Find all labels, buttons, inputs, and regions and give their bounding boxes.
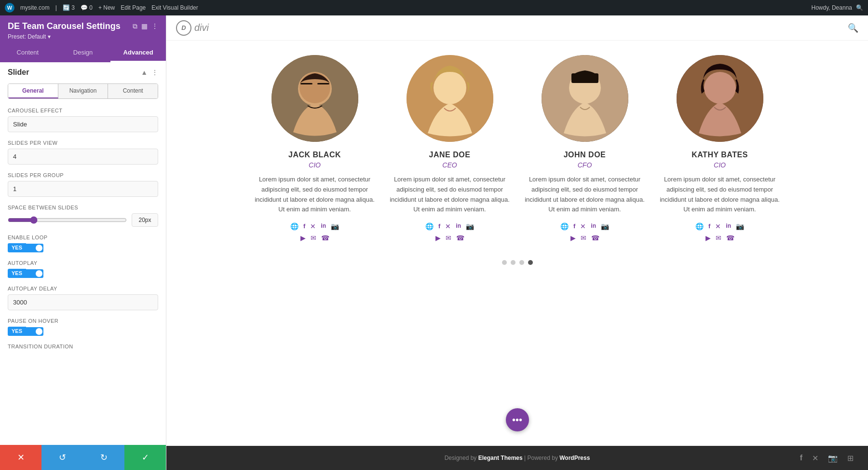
footer-facebook-icon[interactable]: f — [800, 454, 802, 463]
social-phone-icon[interactable]: ☎ — [591, 234, 599, 242]
team-carousel: JACK BLACK CIO Lorem ipsum dolor sit ame… — [176, 55, 858, 246]
wp-icon[interactable]: W — [5, 3, 14, 13]
dot-2[interactable] — [511, 260, 515, 265]
admin-bar-edit-page[interactable]: Edit Page — [121, 4, 146, 11]
panel-header: DE Team Carousel Settings ⧉ ▦ ⋮ Preset: … — [0, 15, 166, 44]
social-linkedin-icon[interactable]: in — [456, 222, 461, 230]
social-youtube-icon[interactable]: ▶ — [705, 234, 711, 242]
panel-icon-layout[interactable]: ▦ — [141, 22, 148, 30]
team-card-jane: JANE DOE CEO Lorem ipsum dolor sit amet,… — [387, 55, 513, 246]
dot-3[interactable] — [519, 260, 524, 265]
slides-per-group-label: Slides Per Group — [8, 172, 158, 178]
social-web-icon[interactable]: 🌐 — [290, 222, 298, 230]
panel-icon-copy[interactable]: ⧉ — [133, 22, 137, 30]
dot-4[interactable] — [528, 260, 533, 265]
social-x-icon[interactable]: ✕ — [310, 222, 316, 230]
admin-bar-new[interactable]: + New — [98, 4, 115, 11]
footer-separator: | Powered by — [524, 455, 559, 461]
sub-tab-content[interactable]: Content — [108, 84, 158, 98]
pause-hover-switch[interactable] — [26, 327, 43, 336]
sub-tab-general[interactable]: General — [8, 84, 58, 98]
social-facebook-icon[interactable]: f — [303, 222, 305, 230]
social-youtube-icon[interactable]: ▶ — [435, 234, 441, 242]
redo-button[interactable]: ↻ — [83, 445, 124, 470]
autoplay-toggle[interactable]: YES — [8, 269, 158, 278]
fab-button[interactable]: ••• — [506, 408, 529, 431]
social-instagram-icon[interactable]: 📷 — [736, 222, 744, 230]
social-linkedin-icon[interactable]: in — [726, 222, 731, 230]
social-email-icon[interactable]: ✉ — [581, 234, 586, 242]
tab-design[interactable]: Design — [55, 44, 111, 62]
toggle-switch[interactable] — [26, 244, 43, 252]
social-web-icon[interactable]: 🌐 — [560, 222, 569, 230]
autoplay-switch[interactable] — [26, 269, 43, 278]
social-x-icon[interactable]: ✕ — [580, 222, 586, 230]
slides-per-view-label: Slides Per View — [8, 140, 158, 146]
social-x-icon[interactable]: ✕ — [715, 222, 721, 230]
admin-bar-comments[interactable]: 💬 0 — [81, 4, 93, 11]
social-youtube-icon[interactable]: ▶ — [300, 234, 306, 242]
section-collapse-icon[interactable]: ▲ — [141, 69, 148, 76]
social-instagram-icon[interactable]: 📷 — [466, 222, 474, 230]
save-button[interactable]: ✓ — [124, 445, 166, 470]
footer-x-icon[interactable]: ✕ — [812, 454, 818, 463]
social-phone-icon[interactable]: ☎ — [321, 234, 329, 242]
social-instagram-icon[interactable]: 📷 — [601, 222, 609, 230]
admin-bar-exit-builder[interactable]: Exit Visual Builder — [151, 4, 198, 11]
section-title: Slider — [8, 68, 29, 77]
social-phone-icon[interactable]: ☎ — [456, 234, 464, 242]
autoplay-delay-input[interactable] — [8, 294, 158, 310]
social-linkedin-icon[interactable]: in — [591, 222, 596, 230]
social-web-icon[interactable]: 🌐 — [695, 222, 704, 230]
divi-logo-icon: D — [176, 20, 191, 36]
admin-bar-updates[interactable]: 🔄 3 — [63, 4, 75, 11]
footer-elegant-themes-link[interactable]: Elegant Themes — [478, 455, 523, 461]
admin-bar-site[interactable]: mysite.com — [20, 4, 50, 11]
slides-per-view-select[interactable]: 123456 — [8, 149, 158, 165]
tab-advanced[interactable]: Advanced — [110, 44, 166, 62]
team-card-john: JOHN DOE CFO Lorem ipsum dolor sit amet,… — [522, 55, 648, 246]
social-web-icon[interactable]: 🌐 — [425, 222, 434, 230]
dot-1[interactable] — [502, 260, 507, 265]
social-facebook-icon[interactable]: f — [708, 222, 710, 230]
footer-rss-icon[interactable]: ⊞ — [847, 454, 854, 463]
pause-on-hover-toggle[interactable]: YES — [8, 327, 158, 336]
preset-row[interactable]: Preset: Default ▾ — [8, 33, 158, 40]
footer-wordpress-link[interactable]: WordPress — [559, 455, 590, 461]
section-more-icon[interactable]: ⋮ — [151, 69, 158, 76]
social-facebook-icon[interactable]: f — [573, 222, 575, 230]
svg-rect-3 — [300, 83, 312, 84]
social-email-icon[interactable]: ✉ — [716, 234, 721, 242]
social-phone-icon[interactable]: ☎ — [726, 234, 734, 242]
tab-bar: Content Design Advanced — [0, 44, 166, 62]
panel-icon-more[interactable]: ⋮ — [151, 22, 158, 30]
slides-per-group-field: Slides Per Group 1234 — [8, 172, 158, 197]
cancel-button[interactable]: ✕ — [0, 445, 41, 470]
reset-button[interactable]: ↺ — [41, 445, 83, 470]
search-icon[interactable]: 🔍 — [856, 4, 863, 11]
autoplay-yes-label: YES — [8, 269, 26, 278]
social-email-icon[interactable]: ✉ — [311, 234, 316, 242]
footer-instagram-icon[interactable]: 📷 — [828, 454, 838, 463]
enable-loop-toggle[interactable]: YES — [8, 243, 158, 252]
social-linkedin-icon[interactable]: in — [321, 222, 326, 230]
team-role-john: CFO — [578, 161, 592, 169]
footer-social-icons: f ✕ 📷 ⊞ — [800, 454, 854, 463]
toggle-yes-label: YES — [8, 243, 26, 252]
team-bio-jack: Lorem ipsum dolor sit amet, consectetur … — [252, 175, 378, 215]
divi-search-icon[interactable]: 🔍 — [848, 23, 858, 33]
social-youtube-icon[interactable]: ▶ — [570, 234, 576, 242]
team-socials-row2-john: ▶ ✉ ☎ — [570, 234, 599, 242]
tab-content[interactable]: Content — [0, 44, 55, 62]
space-between-slider[interactable] — [8, 216, 127, 224]
social-instagram-icon[interactable]: 📷 — [331, 222, 339, 230]
slides-per-group-select[interactable]: 1234 — [8, 181, 158, 197]
canvas-footer: Designed by Elegant Themes | Powered by … — [166, 446, 868, 470]
social-email-icon[interactable]: ✉ — [446, 234, 451, 242]
admin-bar-howdy: Howdy, Deanna — [812, 4, 853, 11]
carousel-effect-select[interactable]: Slide Fade Cube Flip — [8, 116, 158, 132]
autoplay-label: Autoplay — [8, 260, 158, 266]
social-facebook-icon[interactable]: f — [438, 222, 440, 230]
social-x-icon[interactable]: ✕ — [445, 222, 451, 230]
sub-tab-navigation[interactable]: Navigation — [58, 84, 108, 98]
